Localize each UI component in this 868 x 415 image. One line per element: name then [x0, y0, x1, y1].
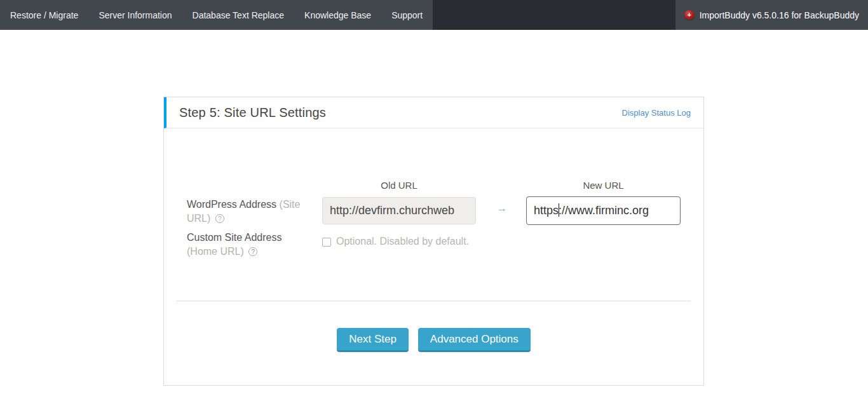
display-status-log-link[interactable]: Display Status Log [622, 108, 691, 118]
right-arrow-icon: → [492, 203, 512, 214]
nav-item-database-text-replace[interactable]: Database Text Replace [182, 0, 295, 30]
nav-items: Restore / Migrate Server Information Dat… [0, 0, 433, 30]
custom-site-address-label-text: Custom Site Address [187, 232, 281, 243]
button-row: Next Step Advanced Options [164, 328, 703, 352]
brand-area: ImportBuddy v6.5.0.16 for BackupBuddy [675, 0, 868, 30]
new-url-value-after-caret: ://www.firminc.org [559, 204, 649, 217]
top-nav-bar: Restore / Migrate Server Information Dat… [0, 0, 868, 30]
nav-dark-spacer [433, 0, 675, 30]
nav-item-server-information[interactable]: Server Information [88, 0, 182, 30]
custom-site-address-checkbox[interactable] [322, 238, 331, 247]
help-icon[interactable]: ? [215, 214, 224, 223]
wordpress-address-label: WordPress Address (Site URL) ? [187, 198, 311, 226]
nav-item-knowledge-base[interactable]: Knowledge Base [294, 0, 381, 30]
old-url-value: http://devfirm.churchweb [330, 204, 454, 217]
page-title: Step 5: Site URL Settings [179, 105, 326, 120]
panel-body: Old URL New URL WordPress Address (Site … [164, 128, 703, 385]
step5-panel: Step 5: Site URL Settings Display Status… [163, 97, 704, 386]
new-url-input[interactable]: https://www.firminc.org [526, 196, 681, 225]
wordpress-address-label-text: WordPress Address [187, 199, 276, 210]
nav-item-restore-migrate[interactable]: Restore / Migrate [0, 0, 88, 30]
optional-note: Optional. Disabled by default. [336, 236, 469, 247]
panel-header: Step 5: Site URL Settings Display Status… [164, 97, 703, 128]
old-url-input: http://devfirm.churchweb [322, 197, 476, 224]
brand-label: ImportBuddy v6.5.0.16 for BackupBuddy [700, 10, 859, 20]
advanced-options-button[interactable]: Advanced Options [418, 328, 531, 352]
nav-item-support[interactable]: Support [381, 0, 433, 30]
custom-site-address-row: Optional. Disabled by default. [322, 236, 469, 247]
custom-site-address-label-suffix: (Home URL) [187, 246, 244, 257]
new-url-column-header: New URL [526, 180, 681, 191]
help-icon[interactable]: ? [248, 247, 257, 256]
divider [177, 301, 691, 301]
backupbuddy-logo-icon [684, 10, 695, 20]
old-url-column-header: Old URL [322, 180, 476, 191]
custom-site-address-label: Custom Site Address (Home URL) ? [187, 231, 311, 259]
new-url-value-before-caret: https [534, 204, 559, 217]
next-step-button[interactable]: Next Step [337, 328, 409, 352]
